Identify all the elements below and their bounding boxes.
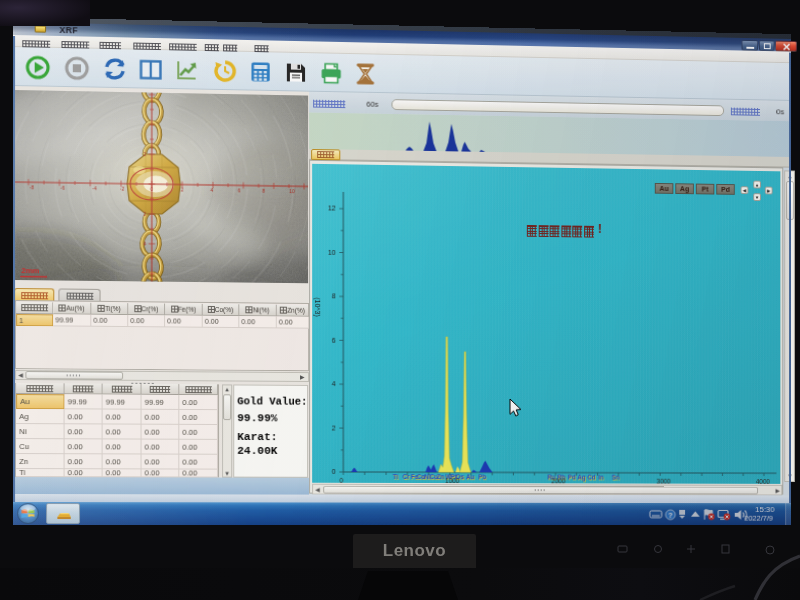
- svg-text:10: 10: [289, 189, 295, 195]
- svg-text:Pd: Pd: [568, 474, 576, 481]
- svg-text:-8: -8: [29, 185, 34, 191]
- svg-text:8: 8: [332, 293, 336, 301]
- svg-text:Ti: Ti: [393, 473, 399, 480]
- svg-text:Ag: Ag: [578, 474, 586, 482]
- svg-text:?: ?: [668, 511, 673, 520]
- svg-text:4: 4: [210, 188, 213, 194]
- svg-text:-4: -4: [92, 186, 97, 192]
- svg-text:12: 12: [328, 205, 336, 213]
- svg-text:-2: -2: [120, 186, 125, 192]
- svg-text:0: 0: [332, 469, 336, 477]
- svg-text:0: 0: [150, 187, 153, 193]
- svg-text:2mm: 2mm: [21, 266, 39, 275]
- svg-text:2: 2: [143, 151, 146, 157]
- svg-text:4: 4: [332, 381, 336, 389]
- svg-text:Cd: Cd: [587, 474, 595, 481]
- svg-text:4: 4: [143, 241, 146, 247]
- svg-text:6: 6: [332, 337, 336, 345]
- svg-text:Pb: Pb: [478, 473, 486, 480]
- svg-text:2: 2: [181, 187, 184, 193]
- svg-text:2: 2: [143, 211, 146, 217]
- svg-text:Au: Au: [466, 473, 474, 480]
- svg-text:Zn: Zn: [437, 473, 445, 480]
- svg-text:2: 2: [332, 425, 336, 433]
- svg-text:(10^3): (10^3): [313, 297, 321, 316]
- svg-text:10: 10: [328, 249, 336, 257]
- svg-text:6: 6: [238, 188, 241, 194]
- svg-text:Sn: Sn: [612, 474, 620, 481]
- svg-text:Cr: Cr: [402, 473, 409, 480]
- svg-text:-6: -6: [60, 185, 65, 191]
- svg-text:8: 8: [262, 188, 265, 194]
- svg-text:In: In: [598, 474, 604, 481]
